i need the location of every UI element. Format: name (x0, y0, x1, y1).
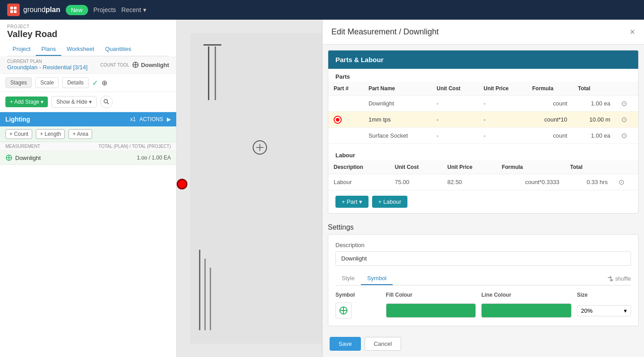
labour-expand-icon-1[interactable]: ⊙ (619, 178, 624, 186)
stage-group: Lighting x1 ACTIONS ▶ + Count + Length +… (0, 112, 176, 357)
part-selected-dot (336, 118, 339, 122)
save-button[interactable]: Save (330, 337, 361, 351)
total-3: 1.00 ea (572, 128, 615, 144)
stage-toolbar: + Add Stage ▾ Show & Hide ▾ (0, 92, 176, 112)
measurement-left: Downlight (5, 154, 41, 161)
add-labour-button[interactable]: + Labour (372, 196, 408, 208)
col-unit-price: Unit Price (478, 82, 527, 96)
labour-col-total: Total (565, 160, 613, 174)
project-tabs: Project Plans Worksheet Quantities (7, 43, 169, 56)
description-input[interactable] (335, 251, 631, 266)
unit-price-1: - (478, 96, 527, 112)
add-stage-button[interactable]: + Add Stage ▾ (5, 97, 48, 107)
tab-plans[interactable]: Plans (36, 43, 61, 56)
measurement-total: 1.00 EA (152, 155, 171, 161)
tab-worksheet[interactable]: Worksheet (61, 43, 100, 56)
svg-rect-1 (14, 7, 17, 9)
tab-project[interactable]: Project (7, 43, 36, 56)
col-total: Total (572, 82, 615, 96)
modal-close-button[interactable]: × (630, 27, 635, 37)
line-colour-swatch[interactable] (481, 303, 572, 318)
recent-link[interactable]: Recent ▾ (121, 6, 146, 13)
search-button[interactable] (100, 96, 113, 108)
symbol-labels-row: Symbol Fill Colour Line Colour Size (335, 292, 631, 300)
part-selected-indicator (334, 116, 342, 124)
unit-cost-2: - (431, 112, 478, 128)
expand-icon-3[interactable]: ⊙ (621, 132, 627, 139)
cancel-button[interactable]: Cancel (364, 337, 401, 351)
stage-controls: x1 ACTIONS ▶ (130, 116, 171, 122)
count-tool-bar: COUNT TOOL Downlight (100, 61, 169, 68)
svg-point-7 (104, 100, 107, 103)
labour-col-desc: Description (328, 160, 390, 174)
settings-card: Description Style Symbol shuffle (328, 234, 639, 326)
symbol-preview-icon (339, 306, 348, 315)
stage-title: Lighting (5, 116, 30, 123)
project-label: PROJECT (7, 24, 169, 29)
measurement-col-label: MEASUREMENT (5, 144, 40, 149)
col-unit-cost: Unit Cost (431, 82, 478, 96)
part-row-1: Downlight - - count 1.00 ea ⊙ (328, 96, 638, 112)
selected-dot (177, 179, 187, 189)
labour-unit-price-1: 82.50 (442, 174, 496, 190)
expand-icon-1[interactable]: ⊙ (621, 100, 627, 107)
size-input[interactable]: 20% ▾ (577, 305, 631, 316)
labour-formula-1: count*0.3333 (496, 174, 565, 190)
part-name-2[interactable]: 1mm tps (363, 112, 431, 128)
current-plan-info: CURRENT PLAN Groundplan - Residential [3… (7, 59, 88, 71)
part-num-1 (328, 96, 363, 112)
canvas-vline-1 (208, 46, 209, 100)
add-count-button[interactable]: + Count (5, 129, 32, 139)
new-button[interactable]: New (66, 5, 88, 15)
tool-toolbar: Stages Scale Details ✓ ⊕ (0, 74, 176, 92)
formula-1: count (527, 96, 572, 112)
style-tab[interactable]: Style (335, 272, 361, 285)
projects-link[interactable]: Projects (93, 6, 116, 13)
unit-cost-3: - (431, 128, 478, 144)
tab-quantities[interactable]: Quantities (100, 43, 137, 56)
symbol-icon-box[interactable] (335, 302, 352, 319)
canvas-vline-2 (215, 46, 216, 100)
formula-2: count*10 (527, 112, 572, 128)
shuffle-label: shuffle (615, 276, 631, 282)
measurement-values: 1.oo / 1.00 EA (137, 155, 171, 161)
expand-icon-2[interactable]: ⊙ (621, 116, 627, 123)
fill-colour-col-label: Fill Colour (386, 292, 476, 298)
labour-table: Description Unit Cost Unit Price Formula… (328, 160, 638, 190)
part-num-3 (328, 128, 363, 144)
top-nav: groundplan New Projects Recent ▾ (0, 0, 644, 20)
svg-rect-2 (10, 10, 13, 13)
settings-section: Settings Description Style Symbol shuffl… (328, 219, 639, 326)
current-plan-name[interactable]: Groundplan - Residential [3/14] (7, 64, 88, 71)
measurement-row[interactable]: Downlight 1.oo / 1.00 EA (0, 151, 176, 165)
stages-tab[interactable]: Stages (5, 77, 32, 88)
save-cancel-row: Save Cancel (322, 332, 644, 356)
add-length-button[interactable]: + Length (36, 129, 65, 139)
fill-colour-swatch[interactable] (386, 303, 476, 318)
logo-text: groundplan (23, 6, 60, 14)
shuffle-button[interactable]: shuffle (607, 276, 631, 282)
labour-subtitle: Labour (328, 147, 638, 160)
symbol-values-row: 20% ▾ (335, 302, 631, 319)
details-tab[interactable]: Details (62, 77, 89, 88)
total-col-label: TOTAL (PLAN) / TOTAL (PROJECT) (98, 144, 171, 149)
actions-label: ACTIONS (140, 116, 163, 122)
part-num-2 (328, 112, 363, 128)
parts-labour-card: Parts & Labour Parts Part # Part Name Un… (328, 50, 639, 214)
add-part-button[interactable]: + Part ▾ (335, 196, 369, 208)
modal-overlay: Edit Measurement / Downlight × Parts & L… (322, 20, 644, 357)
bookmark-icon[interactable]: ⊕ (102, 79, 107, 87)
add-area-button[interactable]: + Area (68, 129, 92, 139)
actions-icon[interactable]: ▶ (167, 116, 171, 122)
symbol-tab[interactable]: Symbol (361, 272, 393, 285)
scale-tab[interactable]: Scale (35, 77, 59, 88)
svg-rect-3 (14, 10, 17, 13)
current-plan-label: CURRENT PLAN (7, 59, 88, 64)
measurement-count: 1.oo / (137, 155, 150, 161)
part-name-1: Downlight (363, 96, 431, 112)
project-header: PROJECT Valley Road Project Plans Worksh… (0, 20, 176, 56)
total-2: 10.00 m (572, 112, 615, 128)
show-hide-button[interactable]: Show & Hide ▾ (51, 96, 97, 108)
size-dropdown-icon: ▾ (624, 307, 627, 314)
check-icon: ✓ (92, 79, 98, 87)
